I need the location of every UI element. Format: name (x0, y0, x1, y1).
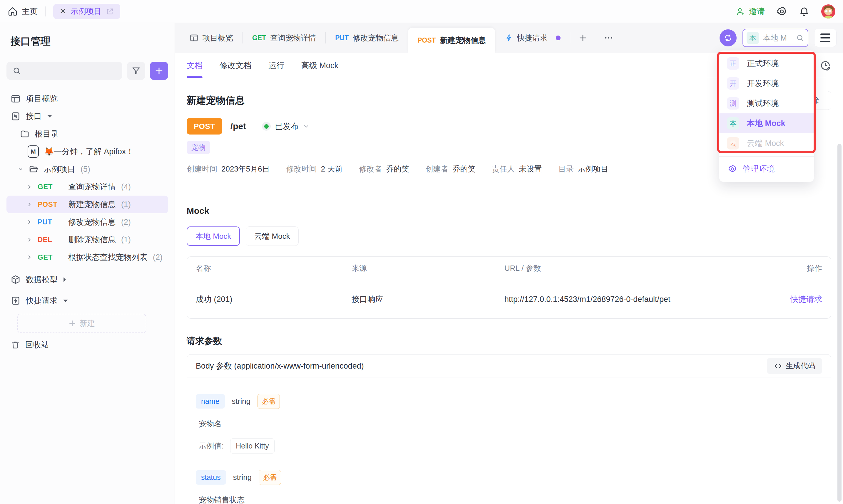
sync-button[interactable] (720, 29, 737, 47)
avatar-shirt (825, 16, 832, 18)
tree-item-count: (4) (121, 182, 131, 192)
env-option-cloud-mock[interactable]: 云 云端 Mock (719, 133, 814, 153)
tab-overflow-menu-button[interactable] (596, 23, 622, 53)
invite-button[interactable]: 邀请 (736, 6, 765, 17)
env-option-testing[interactable]: 测 测试环境 (719, 93, 814, 113)
tree-item-root-folder[interactable]: 根目录 (6, 125, 168, 143)
quick-request-link[interactable]: 快捷请求 (763, 294, 822, 305)
sidebar-item-data-models[interactable]: 数据模型 (6, 271, 168, 288)
subtab-run[interactable]: 运行 (268, 53, 284, 78)
tab-project-overview[interactable]: 项目概览 (180, 23, 243, 53)
add-button[interactable] (150, 62, 168, 80)
tree-item-markdown-doc[interactable]: M 🦊一分钟，了解 Apifox！ (6, 143, 168, 160)
mock-section-heading: Mock (187, 206, 831, 216)
project-tab[interactable]: ✕ 示例项目 (53, 4, 120, 19)
column-header: 操作 (763, 263, 822, 273)
subtab-docs[interactable]: 文档 (187, 53, 203, 78)
sidebar-nav: 项目概览 接口 根目录 M � (6, 90, 168, 354)
search-input[interactable] (25, 66, 117, 75)
sidebar-item-trash[interactable]: 回收站 (6, 336, 168, 354)
body-params-card: Body 参数 (application/x-www-form-urlencod… (187, 354, 831, 504)
publish-status-dropdown[interactable]: 已发布 (262, 121, 310, 131)
example-value-chip: Hello Kitty (230, 438, 275, 453)
chevron-down-icon[interactable] (18, 166, 23, 172)
chevron-right-icon[interactable] (27, 237, 32, 242)
caret-down-icon[interactable] (47, 114, 52, 118)
local-mock-toggle[interactable]: 本地 Mock (187, 227, 240, 246)
topbar-left: 主页 ✕ 示例项目 (7, 4, 120, 19)
column-header: 来源 (352, 263, 504, 273)
avatar-eye (829, 10, 831, 13)
topbar: 主页 ✕ 示例项目 邀请 (0, 0, 843, 23)
tree-item-api-post-create-pet[interactable]: POST 新建宠物信息 (1) (6, 196, 168, 213)
tab-get-pet-detail[interactable]: GET 查询宠物详情 (243, 23, 326, 53)
chevron-right-icon[interactable] (27, 184, 32, 190)
tab-quick-request[interactable]: 快捷请求 (495, 23, 570, 53)
env-option-badge: 正 (727, 57, 739, 70)
sidebar-item-apis[interactable]: 接口 (6, 108, 168, 125)
tab-label: 项目概览 (203, 33, 233, 43)
param-name-chip: status (196, 470, 226, 485)
subtab-advanced-mock[interactable]: 高级 Mock (301, 53, 338, 78)
settings-gear-icon[interactable] (776, 6, 787, 17)
page-title: 新建宠物信息 (187, 94, 245, 107)
status-label: 已发布 (275, 121, 299, 131)
cloud-mock-toggle[interactable]: 云端 Mock (246, 227, 298, 246)
tree-item-label: 🦊一分钟，了解 Apifox！ (44, 146, 134, 157)
sidebar-item-project-overview[interactable]: 项目概览 (6, 90, 168, 108)
param-description: 宠物名 (199, 419, 822, 429)
sync-icon (723, 33, 733, 42)
tab-post-create-pet[interactable]: POST 新建宠物信息 (408, 28, 495, 53)
cube-icon (11, 275, 21, 285)
tree-item-api-del-delete-pet[interactable]: DEL 删除宠物信息 (1) (6, 231, 168, 249)
gear-icon (728, 164, 737, 173)
bolt-square-icon (11, 296, 21, 306)
tab-label: 查询宠物详情 (270, 33, 316, 43)
home-label: 主页 (22, 6, 38, 17)
env-option-local-mock[interactable]: 本 本地 Mock (719, 113, 814, 133)
external-link-icon[interactable] (106, 7, 114, 15)
tag-badge[interactable]: 宠物 (187, 141, 210, 154)
sidebar-item-quick-request[interactable]: 快捷请求 (6, 292, 168, 310)
tree-item-api-put-update-pet[interactable]: PUT 修改宠物信息 (2) (6, 213, 168, 231)
caret-right-icon[interactable] (63, 277, 67, 282)
manage-environments-item[interactable]: 管理环境 (719, 160, 814, 178)
history-icon[interactable] (820, 60, 831, 71)
vertical-scrollbar[interactable] (838, 144, 842, 502)
filter-button[interactable] (127, 62, 145, 80)
generate-code-button[interactable]: 生成代码 (767, 358, 822, 374)
param-type: string (233, 473, 252, 482)
close-icon[interactable]: ✕ (60, 7, 66, 16)
env-option-production[interactable]: 正 正式环境 (719, 53, 814, 73)
new-quick-request-button[interactable]: 新建 (17, 314, 146, 333)
http-method-badge: POST (187, 118, 222, 134)
chevron-right-icon[interactable] (27, 219, 32, 225)
manage-environments-label: 管理环境 (743, 164, 774, 174)
tab-put-update-pet[interactable]: PUT 修改宠物信息 (326, 23, 408, 53)
env-option-badge: 测 (727, 97, 739, 110)
mock-table: 名称 来源 URL / 参数 操作 成功 (201) 接口响应 http://1… (187, 256, 831, 319)
environment-selector[interactable]: 本 本地 M (742, 29, 808, 47)
search-box[interactable] (6, 62, 122, 80)
request-params-heading: 请求参数 (187, 335, 831, 347)
folder-icon (20, 129, 30, 139)
chevron-right-icon[interactable] (27, 254, 32, 260)
meta-directory: 目录示例项目 (558, 164, 608, 174)
notifications-bell-icon[interactable] (799, 6, 809, 17)
unsaved-dot-indicator (556, 36, 561, 40)
tree-item-example-folder[interactable]: 示例项目 (5) (6, 160, 168, 178)
avatar-eye (825, 10, 828, 13)
chevron-right-icon[interactable] (27, 201, 32, 208)
hamburger-menu-button[interactable] (814, 29, 837, 47)
tree-item-api-get-find-by-status[interactable]: GET 根据状态查找宠物列表 (2) (6, 249, 168, 266)
env-option-badge: 本 (727, 117, 739, 129)
env-option-development[interactable]: 开 开发环境 (719, 73, 814, 93)
user-avatar[interactable] (821, 4, 836, 18)
tree-item-api-get-pet-detail[interactable]: GET 查询宠物详情 (4) (6, 178, 168, 196)
home-button[interactable]: 主页 (7, 6, 38, 17)
tree-item-count: (1) (121, 200, 131, 209)
new-tab-button[interactable] (570, 23, 596, 53)
caret-down-icon[interactable] (63, 299, 68, 303)
param-item-name: name string 必需 宠物名 示例值: Hello Kitty (196, 394, 822, 453)
subtab-edit-docs[interactable]: 修改文档 (219, 53, 251, 78)
